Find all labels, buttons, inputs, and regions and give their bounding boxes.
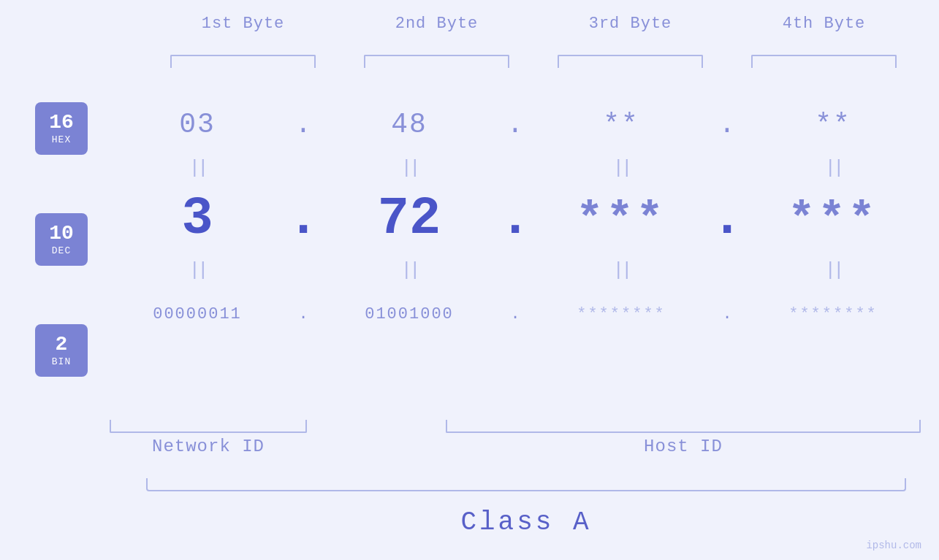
bin-val2-cell: 01001000: [322, 305, 497, 323]
bin-badge: 2 BIN: [35, 324, 88, 377]
header-col3: 3rd Byte: [533, 15, 727, 33]
content-grid: 03 . 48 . ** . ** || ||: [110, 95, 921, 343]
headers-row: 1st Byte 2nd Byte 3rd Byte 4th Byte: [146, 15, 921, 33]
network-id-label: Network ID: [110, 437, 307, 456]
hex-badge-label: HEX: [52, 134, 71, 145]
id-labels-row: Network ID Host ID: [110, 437, 921, 456]
dec-badge: 10 DEC: [35, 213, 88, 266]
bin-badge-number: 2: [56, 334, 68, 356]
equals-row2: || || || ||: [110, 256, 921, 285]
network-id-bracket: [110, 420, 307, 433]
main-container: 1st Byte 2nd Byte 3rd Byte 4th Byte 16 H…: [0, 0, 939, 560]
hex-val3: **: [603, 109, 639, 140]
host-id-bracket: [446, 420, 921, 433]
bottom-brackets: [110, 420, 921, 433]
bin-val4-cell: ********: [745, 305, 921, 323]
dec-val4: ***: [788, 193, 878, 245]
bin-val2: 01001000: [365, 305, 454, 323]
watermark: ipshu.com: [866, 540, 921, 551]
bin-sep2: .: [497, 305, 533, 323]
bin-row: 00000011 . 01001000 . ******** . *******…: [110, 285, 921, 343]
badges-column: 16 HEX 10 DEC 2 BIN: [35, 102, 88, 377]
dec-val2: 72: [378, 189, 441, 249]
bin-sep3: .: [709, 305, 745, 323]
dec-val1-cell: 3: [110, 189, 285, 249]
dec-val3: ***: [576, 193, 666, 245]
header-col4: 4th Byte: [727, 15, 921, 33]
equals-row1: || || || ||: [110, 153, 921, 183]
bin-sep1: .: [285, 305, 322, 323]
top-brackets: [146, 55, 921, 68]
bin-val1-cell: 00000011: [110, 305, 285, 323]
host-id-label: Host ID: [446, 437, 921, 456]
hex-val2-cell: 48: [322, 109, 497, 140]
hex-row: 03 . 48 . ** . **: [110, 95, 921, 153]
dec-val4-cell: ***: [745, 193, 921, 245]
dec-val1: 3: [181, 189, 213, 249]
bin-val4: ********: [788, 305, 878, 323]
hex-val2: 48: [391, 109, 427, 140]
hex-sep1: .: [285, 109, 322, 140]
dec-val2-cell: 72: [322, 189, 497, 249]
header-col2: 2nd Byte: [340, 15, 533, 33]
bin-val3-cell: ********: [533, 305, 709, 323]
hex-val3-cell: **: [533, 109, 709, 140]
dec-sep3: .: [709, 189, 745, 249]
bin-val1: 00000011: [153, 305, 242, 323]
hex-val1: 03: [179, 109, 216, 140]
hex-sep2: .: [497, 109, 533, 140]
hex-badge-number: 16: [49, 112, 74, 134]
dec-badge-number: 10: [49, 223, 74, 245]
class-label: Class A: [146, 507, 906, 537]
hex-val4-cell: **: [745, 109, 921, 140]
dec-sep1: .: [285, 189, 322, 249]
hex-badge: 16 HEX: [35, 102, 88, 155]
hex-val1-cell: 03: [110, 109, 285, 140]
hex-val4: **: [815, 109, 851, 140]
dec-row: 3 . 72 . *** . ***: [110, 183, 921, 256]
header-col1: 1st Byte: [146, 15, 340, 33]
hex-sep3: .: [709, 109, 745, 140]
bin-badge-label: BIN: [52, 356, 71, 367]
bin-val3: ********: [577, 305, 666, 323]
dec-val3-cell: ***: [533, 193, 709, 245]
dec-sep2: .: [497, 189, 533, 249]
dec-badge-label: DEC: [52, 245, 71, 256]
class-bracket: [146, 478, 906, 491]
